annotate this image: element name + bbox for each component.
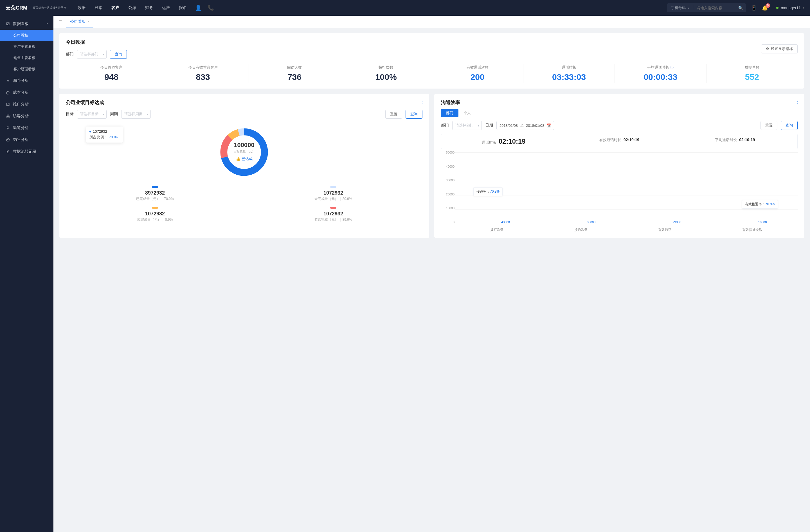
sidebar-item[interactable]: ☏访客分析 [0,110,53,122]
comm-tabs: 部门 个人 [441,109,798,117]
sidebar-item-icon: ☏ [6,114,10,118]
query-button[interactable]: 查询 [110,50,127,59]
stat-item: 通话时长03:33:03 [523,64,615,83]
sidebar-item[interactable]: ▿漏斗分析 [0,75,53,87]
reset-button[interactable]: 重置 [761,121,777,130]
comm-dept-select[interactable]: 请选择部门 ▾ [452,121,482,130]
sidebar-item[interactable]: ◴成本分析 [0,87,53,98]
phone-icon[interactable]: 📞 [208,5,214,11]
notif-badge: 5 [765,3,770,8]
today-title: 今日数据 [66,39,127,45]
sidebar-item-icon: ⚲ [6,126,10,130]
goal-card: 公司业绩目标达成 ⛶ 目标 请选择目标 ▾ 周期 请选择周期 ▾ [59,94,429,238]
sidebar-item-icon: ▿ [6,79,10,83]
legend-item: 1072932未完成量（元）|20.9% [244,183,422,204]
header-right: 📱 🔔 5 manager11 ▾ [751,5,804,11]
sidebar-sub-item[interactable]: 公司看板 [0,30,53,41]
nav-item[interactable]: 运营 [162,4,170,12]
tab-bar: ☰ 公司看板 × [53,16,810,28]
comm-card: 沟通效率 ⛶ 部门 个人 部门 请选择部门 ▾ 日期 [434,94,804,238]
sidebar-sub-item[interactable]: 销售主管看板 [0,52,53,64]
goal-title: 公司业绩目标达成 [66,99,104,106]
search-input[interactable] [693,6,735,10]
svg-point-4 [241,169,247,176]
chevron-down-icon: ▾ [103,53,104,56]
top-nav: 数据线索客户公海财务运营报名 [78,4,187,12]
logo-subtitle: 教育机构一站式服务云平台 [30,6,66,10]
logo: 云朵CRM 教育机构一站式服务云平台 [6,4,66,11]
top-header: 云朵CRM 教育机构一站式服务云平台 数据线索客户公海财务运营报名 👤 📞 手机… [0,0,810,16]
time-stat: 平均通话时长02:10:19 [677,137,793,145]
sidebar-item[interactable]: ⦿销售分析 [0,134,53,146]
time-stat: 有效通话时长02:10:19 [561,137,677,145]
comm-title: 沟通效率 [441,99,460,106]
chevron-down-icon: ▾ [147,113,148,116]
legend-item: 1072932应完成量（元）|8.9% [66,204,244,225]
bar-chart: 50000400003000020000100000 4300035000290… [441,151,798,232]
legend-item: 1072932超额完成（元）|89.9% [244,204,422,225]
query-button[interactable]: 查询 [406,110,422,119]
thumbs-up-icon: 👍 [236,157,241,161]
stat-item: 成交单数552 [707,64,798,83]
sidebar-item-icon: ☑ [6,102,10,106]
legend-item: 8972932已完成量（元）|70.9% [66,183,244,204]
stat-item: 拨打次数100% [340,64,432,83]
nav-action-icons: 👤 📞 [195,5,214,11]
sidebar: ☑ 数据看板 ˄ 公司看板推广主管看板销售主管看板客户经理看板 ▿漏斗分析◴成本… [0,16,53,532]
calendar-icon: 📅 [547,123,551,128]
logo-text: 云朵CRM [6,4,27,11]
sidebar-sub-item[interactable]: 客户经理看板 [0,64,53,75]
nav-item[interactable]: 数据 [78,4,85,12]
sidebar-sub-item[interactable]: 推广主管看板 [0,41,53,52]
stat-item: 有效通话次数200 [432,64,523,83]
user-menu[interactable]: manager11 ▾ [776,6,804,10]
stat-item: 今日有效首咨客户833 [157,64,249,83]
chart-tooltip: 1072932 所占比例：70.9% [86,127,123,143]
chevron-down-icon: ▾ [688,7,689,10]
info-icon[interactable]: ⓘ [670,65,674,70]
date-range-picker[interactable]: 2018/01/08 至 2018/01/08 📅 [497,121,554,130]
main-content: ☰ 公司看板 × 今日数据 部门 请选择部门 ▾ [53,16,810,532]
cycle-select[interactable]: 请选择周期 ▾ [121,110,151,119]
target-select[interactable]: 请选择目标 ▾ [77,110,107,119]
nav-item[interactable]: 公海 [128,4,136,12]
notifications-button[interactable]: 🔔 5 [762,5,768,11]
sidebar-item[interactable]: ⎘数据流转记录 [0,146,53,157]
sidebar-item-icon: ⦿ [6,137,10,142]
chevron-down-icon: ▾ [803,6,804,9]
sidebar-item-icon: ◴ [6,90,10,95]
settings-metrics-button[interactable]: ⚙ 设置显示指标 [761,45,798,53]
query-button[interactable]: 查询 [781,121,798,130]
annot-connect-rate: 接通率：70.9% [473,187,503,196]
chevron-down-icon: ▾ [103,113,104,116]
dept-select[interactable]: 请选择部门 ▾ [77,50,107,59]
nav-item[interactable]: 客户 [111,4,119,12]
tab-personal[interactable]: 个人 [458,109,476,117]
dept-filter-label: 部门 [66,52,74,57]
search-icon[interactable]: 🔍 [735,6,746,10]
gear-icon: ⚙ [766,47,769,51]
expand-icon[interactable]: ⛶ [794,100,798,105]
close-icon[interactable]: × [87,20,90,23]
nav-item[interactable]: 线索 [95,4,102,12]
mobile-icon[interactable]: 📱 [751,5,757,11]
sidebar-group-dashboard[interactable]: ☑ 数据看板 ˄ [0,18,53,30]
chevron-down-icon: ▾ [478,124,479,127]
add-user-icon[interactable]: 👤 [195,5,201,11]
tab-company-board[interactable]: 公司看板 × [66,16,93,28]
tab-dept[interactable]: 部门 [441,109,458,117]
reset-button[interactable]: 重置 [385,110,402,119]
nav-item[interactable]: 财务 [145,4,153,12]
sidebar-item[interactable]: ☑推广分析 [0,98,53,110]
nav-item[interactable]: 报名 [179,4,187,12]
annot-effective-rate: 有效接通率：70.9% [742,200,778,209]
search-bar: 手机号码 ▾ 🔍 [667,3,746,12]
stat-item: 回访人数736 [249,64,340,83]
expand-icon[interactable]: ⛶ [419,100,422,105]
stat-item: 今日首咨客户948 [66,64,157,83]
chevron-up-icon: ˄ [46,22,48,26]
collapse-sidebar-icon[interactable]: ☰ [57,20,64,24]
sidebar-item[interactable]: ⚲渠道分析 [0,122,53,134]
search-category-select[interactable]: 手机号码 ▾ [667,5,694,11]
username: manager11 [781,6,801,10]
